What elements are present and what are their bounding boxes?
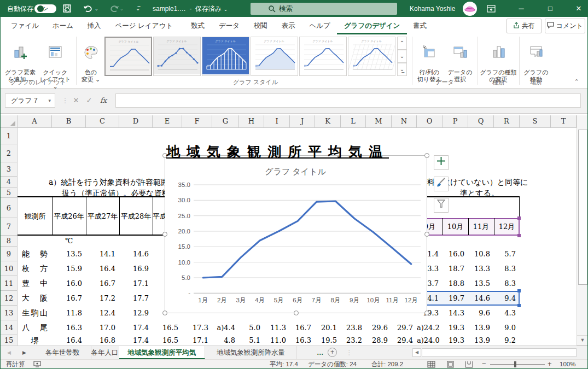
change-chart-type-button[interactable]: グラフの種類 の変更 xyxy=(480,37,517,83)
cell-C11[interactable]: 16.7 xyxy=(86,276,115,291)
cell-J14[interactable]: 16.7 xyxy=(290,320,311,335)
view-normal-button[interactable] xyxy=(427,360,435,369)
row-header-9[interactable]: 9 xyxy=(1,247,18,261)
row-header-2[interactable]: 2 xyxy=(1,144,18,162)
chart-selection-handle[interactable] xyxy=(424,311,429,315)
zoom-in-button[interactable]: + xyxy=(548,360,552,369)
cell-B13[interactable]: 11.8 xyxy=(52,306,82,320)
formula-input[interactable] xyxy=(115,93,581,108)
sheet-nav-prev-icon[interactable]: ◀ xyxy=(7,346,11,359)
cell-P13[interactable]: 14.3 xyxy=(443,306,464,320)
chart-styles-button[interactable] xyxy=(434,177,449,191)
cell-F15[interactable]: 17.1 xyxy=(182,335,208,345)
column-header-P[interactable]: P xyxy=(443,115,468,128)
tab-7[interactable]: 表示 xyxy=(275,17,302,34)
tab-6[interactable]: 校閲 xyxy=(247,17,275,34)
maximize-button[interactable]: □ xyxy=(541,1,560,17)
cell-R9[interactable]: 5.7 xyxy=(494,247,516,261)
cell-B10[interactable]: 15.9 xyxy=(52,261,82,276)
column-header-D[interactable]: D xyxy=(119,115,153,128)
close-button[interactable]: ✕ xyxy=(569,1,588,17)
column-header-B[interactable]: B xyxy=(52,115,86,128)
cell-H15[interactable]: 5.1 xyxy=(239,335,260,345)
chart-selection-handle[interactable] xyxy=(424,232,429,237)
column-header-T[interactable]: T xyxy=(551,115,577,128)
collapse-ribbon-icon[interactable]: ⌃ xyxy=(569,78,584,85)
sheet-nav-next-icon[interactable]: ▶ xyxy=(22,346,26,359)
cell-G15[interactable]: 4.8 xyxy=(212,335,235,345)
sheet-tab-3[interactable]: 地域気象観測所平均気温 xyxy=(119,346,206,359)
cell-L14[interactable]: 23.8 xyxy=(341,320,362,335)
row-header-13[interactable]: 13 xyxy=(1,306,18,320)
row-header-1[interactable]: 1 xyxy=(1,128,18,144)
cell-P9[interactable]: 16.0 xyxy=(443,247,464,261)
column-header-F[interactable]: F xyxy=(182,115,212,128)
cell-K14[interactable]: 20.1 xyxy=(315,320,337,335)
row-header-6[interactable]: 6 xyxy=(1,198,18,218)
calc-mode[interactable]: 再計算 xyxy=(6,360,25,369)
cell-P10[interactable]: 18.7 xyxy=(443,261,464,276)
cell-C15[interactable]: 16.8 xyxy=(86,335,115,345)
category-selection-handle[interactable] xyxy=(517,216,521,220)
cell-G14[interactable]: a)4.4 xyxy=(212,320,235,335)
cell-M14[interactable]: 29.6 xyxy=(366,320,388,335)
column-header-H[interactable]: H xyxy=(239,115,264,128)
tab-2[interactable]: 挿入 xyxy=(80,17,108,34)
series-selection-handle[interactable] xyxy=(517,289,521,292)
insert-function-button[interactable]: fx xyxy=(97,93,110,108)
cell-N14[interactable]: 29.7 xyxy=(392,320,413,335)
tab-10[interactable]: 書式 xyxy=(406,17,434,34)
chart[interactable]: グラフ タイトル35.030.025.020.015.010.05.0-1月2月… xyxy=(165,155,427,313)
chart-style-thumbnail-4[interactable]: グラフ タイトル xyxy=(251,37,298,76)
cell-D14[interactable]: 17.4 xyxy=(119,320,149,335)
cell-Q15[interactable]: 13.9 xyxy=(468,335,490,345)
column-header-E[interactable]: E xyxy=(153,115,182,128)
more-sheets-indicator[interactable]: … xyxy=(317,346,324,359)
row-header-5[interactable]: 5 xyxy=(1,188,18,198)
column-header-O[interactable]: O xyxy=(417,115,443,128)
cell-P11[interactable]: 18.8 xyxy=(443,276,464,291)
cell-B11[interactable]: 16.0 xyxy=(52,276,82,291)
chart-elements-button[interactable] xyxy=(434,155,449,170)
tab-3[interactable]: ページ レイアウト xyxy=(108,17,181,34)
chart-style-thumbnail-2[interactable]: グラフ タイトル xyxy=(153,37,201,76)
column-header-C[interactable]: C xyxy=(86,115,119,128)
row-header-7[interactable]: 7 xyxy=(1,218,18,236)
cell-P14[interactable]: 19.3 xyxy=(443,320,464,335)
ribbon-display-options-icon[interactable] xyxy=(482,1,500,17)
cell-C14[interactable]: 17.0 xyxy=(86,320,115,335)
select-data-button[interactable]: データの 選択 xyxy=(445,37,475,83)
cell-R13[interactable]: 4.3 xyxy=(494,306,516,320)
column-header-A[interactable]: A xyxy=(18,115,52,128)
save-icon[interactable] xyxy=(62,1,72,17)
row-header-11[interactable]: 11 xyxy=(1,276,18,291)
cell-Q13[interactable]: 9.6 xyxy=(468,306,490,320)
name-box-chevron-icon[interactable]: ▾ xyxy=(48,94,51,107)
cell-D9[interactable]: 14.6 xyxy=(119,247,149,261)
undo-button[interactable]: ⌄ xyxy=(83,1,98,17)
cell-B12[interactable]: 16.7 xyxy=(52,291,82,306)
cell-B15[interactable]: 16.4 xyxy=(52,335,82,345)
cell-R11[interactable]: 8.3 xyxy=(494,276,516,291)
cell-B14[interactable]: 16.3 xyxy=(52,320,82,335)
cell-I14[interactable]: 11.3 xyxy=(264,320,286,335)
cell-Q10[interactable]: 13.3 xyxy=(468,261,490,276)
row-header-10[interactable]: 10 xyxy=(1,261,18,276)
horizontal-scrollbar[interactable] xyxy=(422,348,577,357)
cell-A13[interactable]: 生駒山 xyxy=(18,306,52,320)
cell-P15[interactable]: 19.3 xyxy=(443,335,464,345)
cell-E14[interactable]: 16.5 xyxy=(153,320,178,335)
redo-button[interactable]: ⌄ xyxy=(108,1,124,17)
chart-selection-handle[interactable] xyxy=(162,232,167,237)
view-page-break-button[interactable] xyxy=(465,360,473,369)
cell-I15[interactable]: 11.0 xyxy=(264,335,286,345)
comment-button[interactable]: コメント xyxy=(545,19,585,33)
hscroll-left-button[interactable]: ◀ xyxy=(412,348,421,357)
column-header-J[interactable]: J xyxy=(290,115,315,128)
cell-H14[interactable]: 5.0 xyxy=(239,320,260,335)
row-header-15[interactable]: 15 xyxy=(1,335,18,345)
row-header-3[interactable]: 3 xyxy=(1,162,18,177)
enter-formula-button[interactable]: ✓ xyxy=(83,93,96,108)
chart-filters-button[interactable] xyxy=(434,198,449,213)
name-box[interactable]: グラフ 7 ▾ xyxy=(5,93,55,108)
